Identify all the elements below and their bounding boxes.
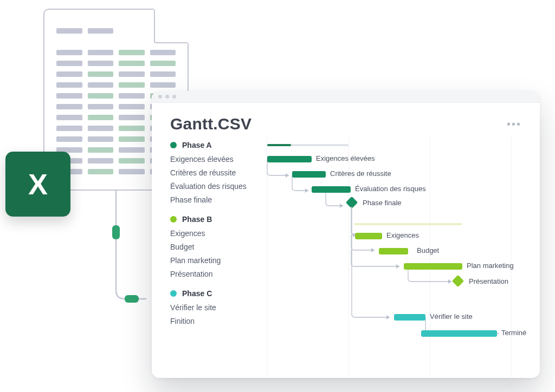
bar-label: Exigences élevées [316, 154, 375, 162]
bar-label: Plan marketing [467, 262, 514, 270]
phase-title: Phase A [182, 141, 212, 149]
window-control-dot [172, 95, 176, 99]
gantt-bar[interactable] [421, 330, 497, 337]
excel-letter: X [28, 169, 48, 199]
phase-title: Phase C [182, 289, 212, 298]
phase-header-c[interactable]: Phase C [170, 289, 267, 298]
bar-label: Terminé [501, 329, 526, 337]
gantt-bar[interactable] [394, 314, 425, 321]
gantt-bar[interactable] [292, 171, 326, 178]
svg-marker-2 [286, 173, 289, 178]
window-control-dot [158, 95, 162, 99]
task-label[interactable]: Exigences [170, 226, 267, 240]
phase-b-progress-track [354, 223, 462, 225]
svg-marker-6 [371, 248, 375, 252]
bar-label: Vérifier le site [430, 312, 473, 321]
task-label[interactable]: Finition [170, 314, 267, 328]
gantt-bar[interactable] [404, 263, 462, 270]
svg-marker-9 [386, 315, 390, 319]
bar-label: Phase finale [363, 199, 402, 207]
gantt-bar[interactable] [267, 156, 312, 162]
window-control-dot [165, 95, 169, 99]
phase-title: Phase B [182, 215, 212, 224]
task-label[interactable]: Critères de réussite [170, 166, 267, 179]
phase-header-b[interactable]: Phase B [170, 215, 267, 224]
phase-a-progress-fill [267, 144, 291, 146]
svg-rect-0 [112, 225, 120, 239]
bar-label: Exigences [386, 231, 419, 239]
connector-line [103, 191, 146, 304]
bar-label: Budget [417, 246, 439, 254]
svg-rect-1 [125, 295, 139, 303]
task-label[interactable]: Évaluation des risques [170, 179, 267, 193]
phase-dot-icon [170, 142, 177, 148]
bar-label: Critères de réussite [330, 169, 391, 178]
svg-marker-4 [340, 204, 343, 208]
task-label[interactable]: Vérifier le site [170, 300, 267, 314]
gantt-bar[interactable] [312, 186, 351, 193]
svg-marker-7 [396, 264, 399, 269]
task-label[interactable]: Budget [170, 240, 267, 253]
phase-dot-icon [170, 290, 177, 297]
phase-dot-icon [170, 216, 177, 223]
bar-label: Présentation [469, 277, 508, 285]
more-options-button[interactable]: ••• [507, 118, 521, 130]
gantt-window: Gantt.CSV ••• Phase A Exigences élevées … [152, 91, 540, 378]
task-label[interactable]: Présentation [170, 267, 267, 280]
task-label[interactable]: Exigences élevées [170, 152, 267, 166]
task-label[interactable]: Phase finale [170, 193, 267, 206]
excel-icon: X [5, 152, 70, 217]
window-titlebar [152, 91, 540, 103]
svg-marker-8 [448, 279, 451, 284]
task-sidebar: Phase A Exigences élevées Critères de ré… [152, 138, 267, 378]
bar-label: Évaluation des risques [355, 185, 426, 193]
milestone-icon[interactable] [346, 197, 358, 209]
gantt-bar[interactable] [379, 248, 408, 254]
task-label[interactable]: Plan marketing [170, 253, 267, 267]
milestone-icon[interactable] [452, 275, 464, 288]
gantt-bar[interactable] [355, 233, 382, 239]
document-title: Gantt.CSV [170, 115, 251, 133]
phase-header-a[interactable]: Phase A [170, 141, 267, 149]
svg-marker-3 [305, 188, 308, 193]
gantt-chart[interactable]: Exigences élevées Critères de réussite É… [267, 138, 540, 378]
